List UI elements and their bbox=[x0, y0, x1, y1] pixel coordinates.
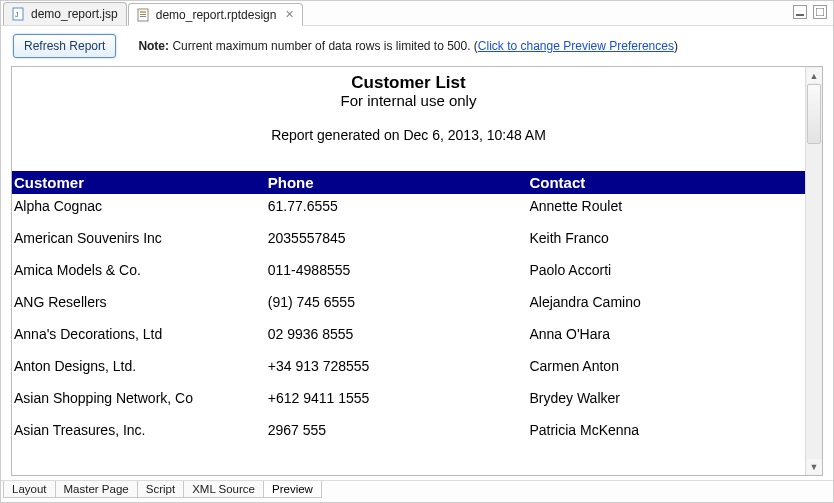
cell-phone: +612 9411 1555 bbox=[266, 382, 528, 414]
table-row: Anton Designs, Ltd.+34 913 728555Carmen … bbox=[12, 350, 805, 382]
svg-rect-5 bbox=[140, 16, 146, 17]
cell-customer: Alpha Cognac bbox=[12, 194, 266, 222]
close-icon[interactable]: ✕ bbox=[281, 8, 294, 21]
cell-phone: 02 9936 8555 bbox=[266, 318, 528, 350]
cell-customer: Anna's Decorations, Ltd bbox=[12, 318, 266, 350]
table-row: Asian Shopping Network, Co+612 9411 1555… bbox=[12, 382, 805, 414]
note-prefix: Note: bbox=[138, 39, 169, 53]
cell-customer: Asian Shopping Network, Co bbox=[12, 382, 266, 414]
preview-preferences-link[interactable]: Click to change Preview Preferences bbox=[478, 39, 674, 53]
cell-phone: 2035557845 bbox=[266, 222, 528, 254]
svg-text:J: J bbox=[15, 11, 19, 18]
cell-contact: Annette Roulet bbox=[527, 194, 805, 222]
tab-xml-source[interactable]: XML Source bbox=[183, 481, 264, 498]
cell-customer: American Souvenirs Inc bbox=[12, 222, 266, 254]
cell-contact: Alejandra Camino bbox=[527, 286, 805, 318]
editor-window: J demo_report.jsp demo_report.rptdesign … bbox=[0, 0, 834, 503]
customer-table: Customer Phone Contact Alpha Cognac61.77… bbox=[12, 171, 805, 446]
svg-rect-7 bbox=[816, 8, 824, 16]
scroll-down-arrow-icon[interactable]: ▼ bbox=[807, 459, 822, 474]
scrollbar-thumb[interactable] bbox=[807, 84, 821, 144]
cell-phone: (91) 745 6555 bbox=[266, 286, 528, 318]
note-body: Current maximum number of data rows is l… bbox=[172, 39, 477, 53]
cell-contact: Carmen Anton bbox=[527, 350, 805, 382]
maximize-icon[interactable] bbox=[813, 5, 827, 19]
cell-phone: 61.77.6555 bbox=[266, 194, 528, 222]
note-suffix: ) bbox=[674, 39, 678, 53]
design-tab-bar: Layout Master Page Script XML Source Pre… bbox=[1, 480, 833, 502]
report-title: Customer List bbox=[12, 73, 805, 93]
refresh-report-button[interactable]: Refresh Report bbox=[13, 34, 116, 58]
cell-phone: +34 913 728555 bbox=[266, 350, 528, 382]
cell-customer: Asian Treasures, Inc. bbox=[12, 414, 266, 446]
svg-rect-6 bbox=[796, 14, 804, 16]
row-limit-note: Note: Current maximum number of data row… bbox=[138, 39, 678, 53]
svg-rect-3 bbox=[140, 11, 146, 13]
editor-tab-label: demo_report.rptdesign bbox=[156, 8, 277, 22]
table-row: ANG Resellers(91) 745 6555Alejandra Cami… bbox=[12, 286, 805, 318]
cell-contact: Patricia McKenna bbox=[527, 414, 805, 446]
report-subtitle: For internal use only bbox=[12, 92, 805, 109]
column-header-customer: Customer bbox=[12, 171, 266, 194]
tab-script[interactable]: Script bbox=[137, 481, 184, 498]
report-viewport: Customer List For internal use only Repo… bbox=[12, 67, 805, 475]
cell-contact: Brydey Walker bbox=[527, 382, 805, 414]
cell-customer: Anton Designs, Ltd. bbox=[12, 350, 266, 382]
jsp-file-icon: J bbox=[12, 7, 26, 21]
report-file-icon bbox=[137, 8, 151, 22]
editor-window-controls bbox=[793, 5, 827, 19]
editor-tab-jsp[interactable]: J demo_report.jsp bbox=[3, 2, 127, 25]
scrollbar-track[interactable] bbox=[806, 84, 822, 458]
editor-tab-label: demo_report.jsp bbox=[31, 7, 118, 21]
cell-phone: 2967 555 bbox=[266, 414, 528, 446]
tab-preview[interactable]: Preview bbox=[263, 481, 322, 498]
preview-toolbar: Refresh Report Note: Current maximum num… bbox=[1, 26, 833, 64]
editor-tab-rptdesign[interactable]: demo_report.rptdesign ✕ bbox=[128, 3, 304, 26]
table-row: Alpha Cognac61.77.6555Annette Roulet bbox=[12, 194, 805, 222]
minimize-icon[interactable] bbox=[793, 5, 807, 19]
svg-rect-4 bbox=[140, 14, 146, 15]
report-preview-pane: Customer List For internal use only Repo… bbox=[11, 66, 823, 476]
tab-master-page[interactable]: Master Page bbox=[55, 481, 138, 498]
column-header-phone: Phone bbox=[266, 171, 528, 194]
report-content: Customer List For internal use only Repo… bbox=[12, 67, 805, 446]
cell-contact: Keith Franco bbox=[527, 222, 805, 254]
table-row: Asian Treasures, Inc.2967 555Patricia Mc… bbox=[12, 414, 805, 446]
vertical-scrollbar[interactable]: ▲ ▼ bbox=[805, 67, 822, 475]
cell-contact: Anna O'Hara bbox=[527, 318, 805, 350]
editor-tab-bar: J demo_report.jsp demo_report.rptdesign … bbox=[1, 1, 833, 26]
table-row: Amica Models & Co.011-4988555Paolo Accor… bbox=[12, 254, 805, 286]
table-header-row: Customer Phone Contact bbox=[12, 171, 805, 194]
cell-customer: Amica Models & Co. bbox=[12, 254, 266, 286]
scroll-up-arrow-icon[interactable]: ▲ bbox=[807, 68, 822, 83]
table-row: American Souvenirs Inc2035557845Keith Fr… bbox=[12, 222, 805, 254]
tab-layout[interactable]: Layout bbox=[3, 481, 56, 498]
table-row: Anna's Decorations, Ltd02 9936 8555Anna … bbox=[12, 318, 805, 350]
cell-phone: 011-4988555 bbox=[266, 254, 528, 286]
cell-contact: Paolo Accorti bbox=[527, 254, 805, 286]
cell-customer: ANG Resellers bbox=[12, 286, 266, 318]
report-generated-timestamp: Report generated on Dec 6, 2013, 10:48 A… bbox=[12, 127, 805, 143]
column-header-contact: Contact bbox=[527, 171, 805, 194]
